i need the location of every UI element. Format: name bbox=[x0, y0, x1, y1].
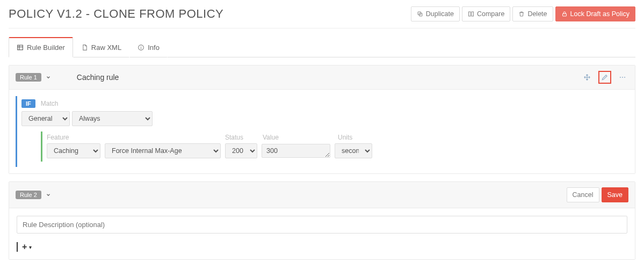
rule-2-panel: Rule 2 Cancel Save + ▾ bbox=[9, 181, 635, 260]
rule-1-body: IF Match General Always Feature Status V… bbox=[9, 90, 635, 173]
tabs: Rule Builder Raw XML Info bbox=[9, 37, 635, 57]
rule-2-expand-toggle[interactable] bbox=[46, 191, 51, 199]
cancel-button[interactable]: Cancel bbox=[567, 187, 599, 202]
svg-point-9 bbox=[141, 46, 141, 46]
status-select[interactable]: 200 bbox=[225, 143, 257, 158]
move-icon[interactable] bbox=[581, 71, 593, 83]
value-input[interactable]: 300 bbox=[262, 144, 330, 158]
feature-col-label: Feature bbox=[47, 134, 225, 141]
lock-label: Lock Draft as Policy bbox=[570, 10, 629, 18]
tab-info-label: Info bbox=[148, 43, 160, 52]
feature-name-select[interactable]: Force Internal Max-Age bbox=[105, 143, 221, 158]
save-button[interactable]: Save bbox=[602, 187, 629, 202]
tab-info[interactable]: Info bbox=[129, 37, 168, 57]
svg-rect-5 bbox=[18, 45, 23, 50]
rule-1-name: Caching rule bbox=[77, 73, 119, 82]
compare-label: Compare bbox=[477, 10, 504, 18]
lock-draft-button[interactable]: Lock Draft as Policy bbox=[555, 6, 635, 21]
svg-rect-2 bbox=[468, 12, 471, 16]
info-icon bbox=[138, 44, 144, 51]
tab-rule-builder[interactable]: Rule Builder bbox=[9, 37, 73, 57]
rule-2-badge: Rule 2 bbox=[16, 191, 41, 199]
svg-point-11 bbox=[620, 77, 621, 78]
svg-point-13 bbox=[624, 77, 625, 78]
if-tag: IF bbox=[21, 99, 35, 108]
rule-1-expand-toggle[interactable] bbox=[46, 74, 51, 82]
rule-1-header: Rule 1 Caching rule bbox=[9, 65, 635, 90]
tab-raw-xml[interactable]: Raw XML bbox=[73, 37, 129, 57]
edit-icon[interactable] bbox=[598, 71, 611, 84]
delete-label: Delete bbox=[527, 10, 547, 18]
match-category-select[interactable]: General bbox=[21, 111, 70, 126]
units-col-label: Units bbox=[338, 134, 381, 141]
match-condition-select[interactable]: Always bbox=[72, 111, 153, 126]
match-label: Match bbox=[41, 100, 59, 107]
feature-block: Feature Status Value Units Caching Force… bbox=[41, 132, 628, 162]
status-col-label: Status bbox=[225, 134, 263, 141]
copy-icon bbox=[417, 11, 423, 17]
units-select[interactable]: seconds bbox=[335, 143, 372, 158]
rule-1-badge: Rule 1 bbox=[16, 73, 41, 82]
compare-icon bbox=[468, 11, 474, 17]
caret-down-icon: ▾ bbox=[29, 244, 32, 250]
trash-icon bbox=[518, 11, 525, 17]
file-icon bbox=[81, 44, 88, 51]
feature-category-select[interactable]: Caching bbox=[47, 143, 100, 158]
delete-button[interactable]: Delete bbox=[512, 6, 553, 21]
more-icon[interactable] bbox=[617, 71, 628, 83]
compare-button[interactable]: Compare bbox=[462, 6, 510, 21]
header-actions: Duplicate Compare Delete Lock Draft as P… bbox=[411, 6, 635, 21]
rule-description-input[interactable] bbox=[17, 216, 627, 233]
page-title: POLICY V1.2 - CLONE FROM POLICY bbox=[9, 7, 223, 21]
duplicate-button[interactable]: Duplicate bbox=[411, 6, 460, 21]
tab-builder-label: Rule Builder bbox=[27, 43, 65, 52]
tab-spacer bbox=[168, 37, 635, 57]
condition-block: IF Match General Always Feature Status V… bbox=[16, 96, 628, 167]
lock-icon bbox=[561, 11, 568, 17]
duplicate-label: Duplicate bbox=[426, 10, 454, 18]
rule-2-header: Rule 2 Cancel Save bbox=[9, 182, 635, 208]
svg-point-12 bbox=[622, 77, 623, 78]
value-col-label: Value bbox=[263, 134, 338, 141]
svg-rect-3 bbox=[472, 12, 474, 16]
add-condition-button[interactable]: + ▾ bbox=[17, 242, 627, 252]
svg-rect-4 bbox=[562, 14, 566, 17]
svg-rect-10 bbox=[141, 47, 141, 48]
plus-icon: + bbox=[22, 242, 27, 252]
rule-1-panel: Rule 1 Caching rule IF Match Gene bbox=[9, 65, 635, 174]
tab-raw-label: Raw XML bbox=[91, 43, 121, 52]
rule-2-body: + ▾ bbox=[9, 208, 635, 259]
grid-icon bbox=[17, 44, 24, 51]
